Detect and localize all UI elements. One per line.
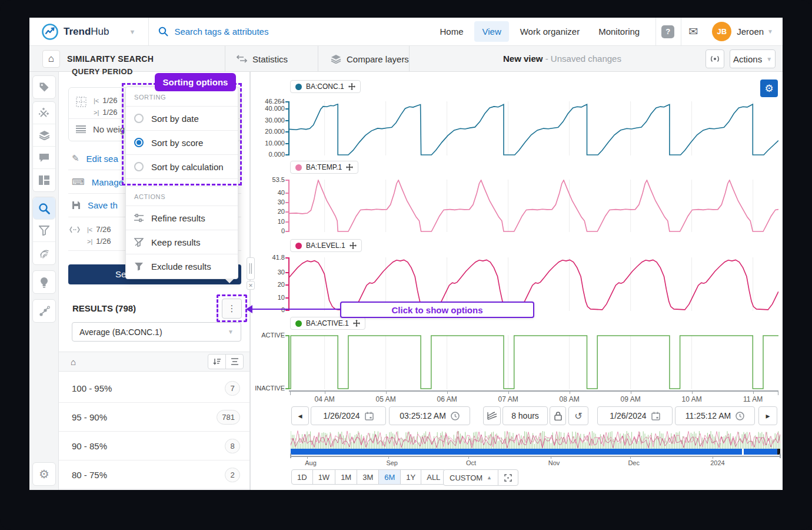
sort-by-date-option[interactable]: Sort by date <box>126 107 238 131</box>
zoom-preset-1w[interactable]: 1W <box>312 469 336 485</box>
sidebar-item-recommendations[interactable] <box>33 102 55 124</box>
settings-button[interactable]: ⚙ <box>33 463 55 485</box>
zoom-preset-1y[interactable]: 1Y <box>400 469 421 485</box>
compare-layers-button[interactable]: Compare layers <box>331 46 409 72</box>
messages-button[interactable]: ✉ <box>681 18 705 46</box>
custom-range-button[interactable]: CUSTOM ▲ <box>443 469 498 486</box>
sort-order-button[interactable] <box>208 354 226 369</box>
live-mode-button[interactable] <box>705 49 724 68</box>
collapse-rows-button[interactable] <box>225 354 244 369</box>
chevron-down-icon[interactable]: ▼ <box>767 28 773 35</box>
y-tick-mark <box>285 131 289 132</box>
refine-results-item[interactable]: Refine results <box>126 206 238 230</box>
chart-settings-button[interactable]: ⚙ <box>760 80 778 97</box>
sidebar-item-fingerprint[interactable] <box>33 242 55 264</box>
nav-item-monitoring[interactable]: Monitoring <box>591 21 647 42</box>
radio-icon <box>134 114 144 123</box>
history-button[interactable]: ↺ <box>568 406 588 425</box>
time-span-row[interactable]: |<7/26 >|1/26 <box>69 224 111 247</box>
legend-chip[interactable]: BA:ACTIVE.1 <box>290 317 365 330</box>
home-button[interactable]: ⌂ <box>42 50 60 68</box>
result-row[interactable]: 100 - 95% 7 <box>59 374 249 403</box>
pan-left-button[interactable]: ◂ <box>291 406 309 425</box>
zoom-preset-6m[interactable]: 6M <box>378 469 401 485</box>
legend-chip[interactable]: BA:LEVEL.1 <box>290 239 362 252</box>
history-icon: ↺ <box>574 410 582 422</box>
nav-item-work-organizer[interactable]: Work organizer <box>513 21 587 42</box>
sidebar-item-suggestions[interactable] <box>33 271 55 293</box>
actions-button[interactable]: Actions▼ <box>730 49 776 68</box>
save-search-link[interactable]: Save th <box>72 200 118 210</box>
funnel-icon <box>134 262 144 271</box>
weighting-row[interactable]: No weig <box>76 124 125 134</box>
sidebar-item-dashboard[interactable] <box>33 169 55 191</box>
query-start: |<1/26 <box>94 95 118 107</box>
screen-background: TrendHub ▼ Search tags & attributes Home… <box>0 0 812 530</box>
pan-right-button[interactable]: ▸ <box>758 406 777 425</box>
panel-close-button[interactable]: ✕ <box>247 281 255 290</box>
y-tick-label: 10 <box>251 218 285 225</box>
zoom-preset-all[interactable]: ALL <box>421 469 446 485</box>
start-date-field[interactable]: 1/26/2024 <box>311 406 386 425</box>
y-tick-mark <box>285 202 289 203</box>
expand-range-button[interactable] <box>498 469 518 486</box>
context-minimap[interactable] <box>291 430 780 449</box>
global-search[interactable]: Search tags & attributes <box>149 26 268 37</box>
exclude-results-item[interactable]: Exclude results <box>126 254 238 279</box>
rail-group <box>32 299 56 323</box>
legend-chip[interactable]: BA:TEMP.1 <box>290 161 358 174</box>
clock-icon <box>451 412 460 420</box>
edit-search-link[interactable]: ✎ Edit sea <box>72 153 118 164</box>
query-period-row[interactable]: |<1/26 >|1/26 <box>76 95 118 118</box>
x-tick-mark <box>325 390 325 394</box>
magic-sparkle-icon <box>39 108 49 118</box>
x-tick-label: 11 AM <box>743 395 763 403</box>
chart-plot-BA:CONC.1[interactable] <box>289 101 778 155</box>
sidebar-item-search[interactable] <box>33 197 55 220</box>
end-time-field[interactable]: 11:25:12 AM <box>675 406 755 425</box>
result-row[interactable]: 95 - 90% 781 <box>59 403 249 432</box>
trendhub-logo-icon <box>41 23 59 41</box>
legend-chip[interactable]: BA:CONC.1 <box>290 80 361 93</box>
sidebar-item-filter[interactable] <box>33 220 55 242</box>
duration-field[interactable]: 8 hours <box>502 406 548 425</box>
nav-item-home[interactable]: Home <box>432 21 471 42</box>
user-name[interactable]: Jeroen <box>737 26 764 37</box>
zoom-preset-1d[interactable]: 1D <box>291 469 313 485</box>
zoom-preset-3m[interactable]: 3M <box>357 469 379 485</box>
sort-by-score-option[interactable]: Sort by score <box>126 131 238 155</box>
app-logo[interactable]: TrendHub ▼ <box>29 23 135 41</box>
y-tick-label: 40 <box>251 189 285 196</box>
chevron-down-icon[interactable]: ▼ <box>129 28 135 35</box>
end-date-field[interactable]: 1/26/2024 <box>597 406 673 425</box>
query-period-label: QUERY PERIOD <box>72 67 133 76</box>
month-tick-mark <box>630 456 631 459</box>
lock-duration-button[interactable] <box>550 406 566 425</box>
help-button[interactable]: ? <box>656 18 680 46</box>
annotation-arrow-line <box>252 309 340 310</box>
sidebar-item-annotations[interactable] <box>33 147 55 169</box>
sidebar-item-context-items[interactable] <box>33 300 55 322</box>
aggregation-select[interactable]: Average (BA:CONC.1) ▼ <box>72 322 241 342</box>
start-time-field[interactable]: 03:25:12 AM <box>389 406 470 425</box>
manage-searches-link[interactable]: ⌨ Manage <box>72 177 124 187</box>
results-options-button[interactable]: ⋮ <box>222 299 242 319</box>
result-row[interactable]: 90 - 85% 8 <box>59 432 249 461</box>
minimap-selection-band[interactable] <box>291 449 780 455</box>
chart-plot-BA:ACTIVE.1[interactable] <box>289 335 778 389</box>
x-tick-mark <box>508 390 509 394</box>
trend-compare-button[interactable] <box>483 406 501 425</box>
statistics-button[interactable]: Statistics <box>237 46 288 72</box>
zoom-preset-1m[interactable]: 1M <box>335 469 357 485</box>
sort-by-calculation-option[interactable]: Sort by calculation <box>126 155 238 179</box>
avatar[interactable]: JB <box>712 22 731 41</box>
y-tick-label: ACTIVE <box>251 332 285 339</box>
month-label: Nov <box>548 459 560 466</box>
keep-results-item[interactable]: Keep results <box>126 230 238 254</box>
result-row[interactable]: 80 - 75% 2 <box>59 461 249 489</box>
sidebar-item-tags[interactable] <box>33 76 55 98</box>
panel-splitter-handle[interactable] <box>247 257 255 280</box>
chart-plot-BA:TEMP.1[interactable] <box>289 180 778 232</box>
nav-item-view[interactable]: View <box>474 21 508 42</box>
sidebar-item-layers[interactable] <box>33 124 55 147</box>
